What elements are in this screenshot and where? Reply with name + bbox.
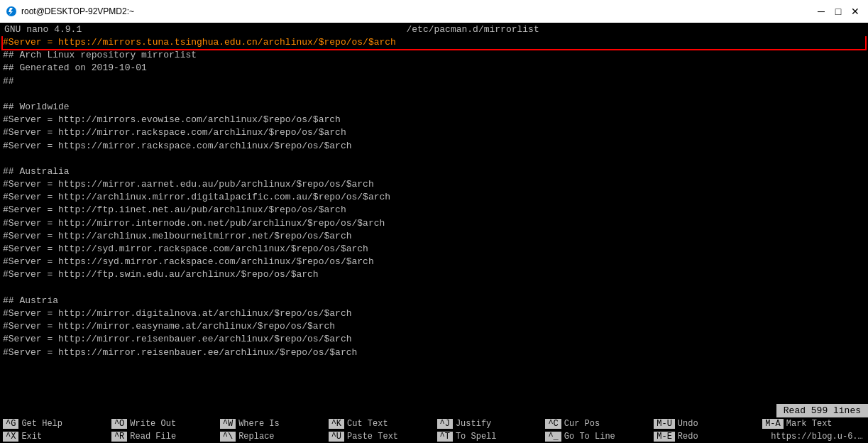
shortcut-item[interactable]: ^WWhere Is (217, 417, 326, 430)
maximize-button[interactable]: □ (831, 4, 845, 18)
shortcut-label: Exit (21, 432, 42, 442)
shortcut-item[interactable]: ^GGet Help (0, 417, 109, 430)
shortcut-row-2: ^XExit^RRead File^\Replace^UPaste Text^T… (0, 430, 868, 443)
editor-line: #Server = http://ftp.iinet.net.au/pub/ar… (3, 204, 865, 217)
shortcut-label: Cur Pos (564, 419, 600, 429)
shortcut-row-1: ^GGet Help^OWrite Out^WWhere Is^KCut Tex… (0, 417, 868, 430)
title-bar-left: root@DESKTOP-92VPMD2:~ (6, 6, 134, 17)
shortcut-bar: ^GGet Help^OWrite Out^WWhere Is^KCut Tex… (0, 417, 868, 443)
shortcut-item[interactable]: ^CCur Pos (542, 417, 651, 430)
editor-line: #Server = https://syd.mirror.rackspace.c… (3, 256, 865, 268)
nano-version: GNU nano 4.9.1 (4, 24, 82, 35)
shortcut-item[interactable]: ^_Go To Line (542, 430, 651, 443)
editor-line (3, 153, 865, 165)
shortcut-item[interactable]: ^KCut Text (326, 417, 434, 430)
editor-line: #Server = http://mirror.easyname.at/arch… (3, 320, 865, 333)
shortcut-key: ^T (437, 432, 453, 442)
shortcut-label: Read File (130, 432, 176, 442)
window-title: root@DESKTOP-92VPMD2:~ (21, 6, 134, 16)
shortcut-item[interactable]: ^RRead File (109, 430, 217, 443)
title-bar-controls: ─ □ ✕ (814, 4, 862, 18)
shortcut-key: M-A (762, 419, 784, 429)
shortcut-key: ^R (111, 432, 127, 442)
shortcut-label: Redo (678, 432, 698, 442)
editor-line: #Server = https://mirror.reisenbauer.ee/… (3, 346, 865, 359)
shortcut-item[interactable]: M-AMark Text (759, 417, 868, 430)
editor-line: #Server = http://mirror.digitalnova.at/a… (3, 307, 865, 320)
editor-line: ## Austria (3, 295, 865, 307)
editor-line (3, 282, 865, 295)
shortcut-label: Go To Line (564, 432, 615, 442)
editor-line (3, 88, 865, 101)
shortcut-label: Undo (678, 419, 698, 429)
shortcut-key: ^X (3, 432, 18, 442)
editor-line: ## Australia (3, 165, 865, 178)
editor-line: #Server = http://ftp.swin.edu.au/archlin… (3, 268, 865, 281)
file-path: /etc/pacman.d/mirrorlist (406, 24, 539, 35)
shortcut-label: Justify (456, 419, 491, 429)
toast-notification: Read 599 lines (776, 404, 868, 417)
shortcut-key: ^J (437, 419, 453, 429)
minimize-button[interactable]: ─ (814, 4, 828, 18)
editor-line: ## Worldwide (3, 101, 865, 114)
shortcut-label: Where Is (238, 419, 280, 429)
shortcut-item[interactable]: ^XExit (0, 430, 109, 443)
shortcut-key: M-E (654, 432, 675, 442)
shortcut-key: ^O (111, 419, 127, 429)
editor-line: ## Arch Linux repository mirrorlist (3, 49, 865, 62)
shortcut-label: Paste Text (347, 432, 398, 442)
shortcut-label: Mark Text (786, 419, 833, 429)
shortcut-item[interactable]: ^UPaste Text (326, 430, 434, 443)
editor-line: #Server = http://mirror.reisenbauer.ee/a… (3, 333, 865, 346)
title-bar: root@DESKTOP-92VPMD2:~ ─ □ ✕ (0, 0, 868, 23)
shortcut-label: Cut Text (347, 419, 388, 429)
close-button[interactable]: ✕ (848, 4, 862, 18)
editor-line: ## (3, 75, 865, 88)
nano-header: GNU nano 4.9.1 /etc/pacman.d/mirrorlist (0, 23, 868, 36)
shortcut-key: ^U (329, 432, 344, 442)
shortcut-item[interactable]: M-ERedo (651, 430, 759, 443)
shortcut-item[interactable]: ^JJustify (434, 417, 543, 430)
shortcut-item[interactable]: ^OWrite Out (109, 417, 217, 430)
shortcut-item[interactable]: ^TTo Spell (434, 430, 543, 443)
shortcut-label: Replace (238, 432, 274, 442)
editor-line: #Server = http://archlinux.melbourneitmi… (3, 230, 865, 243)
editor-line: #Server = http://mirrors.evowise.com/arc… (3, 114, 865, 126)
terminal-icon (6, 6, 17, 17)
shortcut-key: ^\ (220, 432, 236, 442)
editor-line: #Server = http://archlinux.mirror.digita… (3, 191, 865, 204)
shortcut-label: https://blog.u-6.me/log_4494869 (771, 432, 865, 442)
editor-area[interactable]: #Server = https://mirrors.tuna.tsinghua.… (0, 36, 868, 417)
shortcut-key: ^_ (545, 432, 561, 442)
shortcut-key: ^K (329, 419, 344, 429)
editor-line: #Server = http://mirror.rackspace.com/ar… (3, 126, 865, 139)
shortcut-key: ^C (545, 419, 561, 429)
editor-line: #Server = https://mirror.aarnet.edu.au/p… (3, 178, 865, 191)
shortcut-key: M-U (654, 419, 675, 429)
shortcut-label: Write Out (130, 419, 176, 429)
editor-line: #Server = https://mirrors.tuna.tsinghua.… (3, 36, 865, 49)
shortcut-key: ^W (220, 419, 236, 429)
shortcut-item[interactable]: M-UUndo (651, 417, 759, 430)
shortcut-label: To Spell (456, 432, 497, 442)
shortcut-item[interactable]: https://blog.u-6.me/log_4494869 (759, 430, 868, 443)
editor-line: ## Generated on 2019-10-01 (3, 62, 865, 75)
shortcut-label: Get Help (21, 419, 62, 429)
editor-line: #Server = http://syd.mirror.rackspace.co… (3, 243, 865, 256)
shortcut-item[interactable]: ^\Replace (217, 430, 326, 443)
shortcut-key: ^G (3, 419, 18, 429)
editor-line: #Server = http://mirror.internode.on.net… (3, 217, 865, 230)
editor-line: #Server = https://mirror.rackspace.com/a… (3, 140, 865, 153)
